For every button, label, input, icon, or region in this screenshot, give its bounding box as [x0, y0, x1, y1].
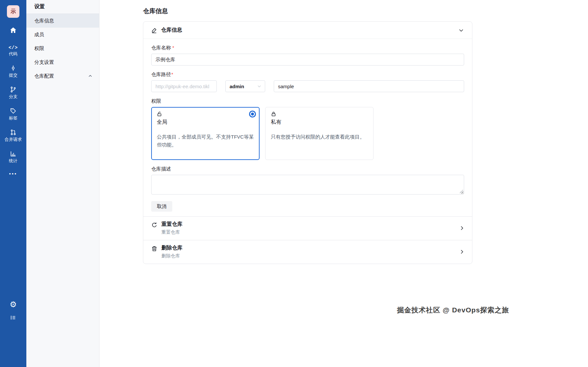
tag-icon — [10, 108, 16, 114]
reset-icon — [151, 222, 157, 228]
permission-title: 全局 — [157, 119, 254, 126]
chevron-right-icon — [459, 225, 465, 231]
commit-icon — [10, 65, 16, 71]
delete-repo-subtitle: 删除仓库 — [161, 253, 182, 259]
rail-item-statistics[interactable]: 统计 — [9, 150, 17, 163]
home-button[interactable] — [9, 26, 17, 34]
settings-sidebar: 设置 仓库信息 成员 权限 分支设置 仓库配置 — [26, 0, 99, 367]
page-title: 仓库信息 — [143, 7, 472, 15]
repo-info-form: 仓库名称 * 仓库路径 * admin — [143, 45, 472, 216]
merge-request-icon — [10, 129, 16, 136]
delete-repo-row[interactable]: 删除仓库 删除仓库 — [143, 240, 472, 264]
namespace-select[interactable]: admin — [225, 80, 265, 92]
rail-item-label: 标签 — [9, 116, 17, 120]
unlock-icon — [157, 111, 254, 117]
namespace-select-value: admin — [230, 84, 244, 89]
menu-list-icon[interactable] — [10, 314, 16, 321]
permission-options: 全局 公共项目，全部成员可见。不支持TFVC等某些功能。 私有 只有您授予访问权… — [151, 107, 464, 160]
lock-icon — [271, 111, 368, 117]
sidebar-item-label: 成员 — [34, 32, 44, 38]
reset-repo-title: 重置仓库 — [161, 221, 182, 228]
rail-item-label: 代码 — [9, 52, 17, 56]
repo-name-input[interactable] — [151, 54, 464, 66]
sidebar-item-branch-settings[interactable]: 分支设置 — [26, 55, 99, 69]
rail-item-code[interactable]: </> 代码 — [9, 45, 18, 56]
base-url-input[interactable] — [151, 80, 217, 92]
collapse-chevron-down-icon[interactable] — [458, 27, 464, 33]
repo-path-row: admin — [151, 80, 464, 92]
repo-info-panel-header: 仓库信息 — [143, 22, 472, 39]
rail-item-tags[interactable]: 标签 — [9, 108, 17, 120]
required-mark: * — [172, 45, 174, 50]
repo-avatar-text: 示 — [11, 8, 16, 15]
permission-label: 权限 — [151, 98, 464, 104]
required-mark: * — [171, 71, 173, 77]
stats-icon — [10, 150, 16, 157]
reset-repo-subtitle: 重置仓库 — [161, 229, 182, 235]
rail-item-label: 提交 — [9, 73, 17, 77]
sidebar-item-permissions[interactable]: 权限 — [26, 41, 99, 55]
permission-card-global[interactable]: 全局 公共项目，全部成员可见。不支持TFVC等某些功能。 — [151, 107, 260, 160]
sidebar-item-label: 权限 — [34, 45, 44, 52]
repo-description-label: 仓库描述 — [151, 166, 464, 172]
trash-icon — [151, 246, 157, 252]
chevron-right-icon — [459, 249, 465, 255]
permission-card-private[interactable]: 私有 只有您授予访问权限的人才能查看此项目。 — [265, 107, 374, 160]
sidebar-item-repo-info[interactable]: 仓库信息 — [26, 14, 99, 28]
repo-path-input[interactable] — [274, 80, 464, 92]
sidebar-item-members[interactable]: 成员 — [26, 28, 99, 41]
rail-item-label: 合并请求 — [5, 137, 22, 142]
repo-name-label: 仓库名称 * — [151, 45, 464, 51]
permission-title: 私有 — [271, 119, 368, 126]
sidebar-item-repo-config[interactable]: 仓库配置 — [26, 69, 99, 83]
permission-desc: 公共项目，全部成员可见。不支持TFVC等某些功能。 — [157, 133, 254, 149]
panel-title: 仓库信息 — [161, 27, 182, 34]
delete-repo-title: 删除仓库 — [161, 245, 182, 251]
settings-sidebar-title: 设置 — [26, 0, 99, 14]
home-icon — [9, 26, 17, 34]
edit-icon — [151, 27, 157, 33]
repo-avatar[interactable]: 示 — [7, 5, 19, 18]
chevron-down-icon — [257, 84, 262, 89]
branch-icon — [10, 86, 16, 93]
chevron-up-icon — [88, 74, 93, 78]
sidebar-item-label: 仓库信息 — [34, 18, 54, 24]
rail-item-merge-requests[interactable]: 合并请求 — [5, 129, 22, 142]
cancel-button[interactable]: 取消 — [151, 201, 172, 212]
reset-repo-row[interactable]: 重置仓库 重置仓库 — [143, 216, 472, 240]
repo-path-label: 仓库路径 * — [151, 71, 464, 78]
radio-selected-icon[interactable] — [249, 111, 256, 118]
rail-item-branches[interactable]: 分支 — [9, 86, 17, 99]
rail-item-label: 统计 — [9, 159, 17, 163]
main-content: 仓库信息 仓库信息 仓库名称 * — [143, 0, 472, 264]
repo-info-panel: 仓库信息 仓库名称 * 仓库路径 * adm — [143, 21, 472, 264]
left-rail: 示 </> 代码 提交 分支 — [0, 0, 26, 367]
more-menu-icon[interactable]: ••• — [9, 171, 17, 176]
repo-description-textarea[interactable] — [151, 175, 464, 195]
watermark-text: 掘金技术社区 @ DevOps探索之旅 — [397, 305, 509, 315]
settings-gear-icon[interactable]: ⚙ — [10, 301, 17, 308]
permission-desc: 只有您授予访问权限的人才能查看此项目。 — [271, 133, 368, 141]
sidebar-item-label: 分支设置 — [34, 59, 54, 66]
code-icon: </> — [9, 45, 18, 50]
sidebar-item-label: 仓库配置 — [34, 73, 54, 79]
rail-item-commits[interactable]: 提交 — [9, 65, 17, 77]
rail-item-label: 分支 — [9, 94, 17, 99]
